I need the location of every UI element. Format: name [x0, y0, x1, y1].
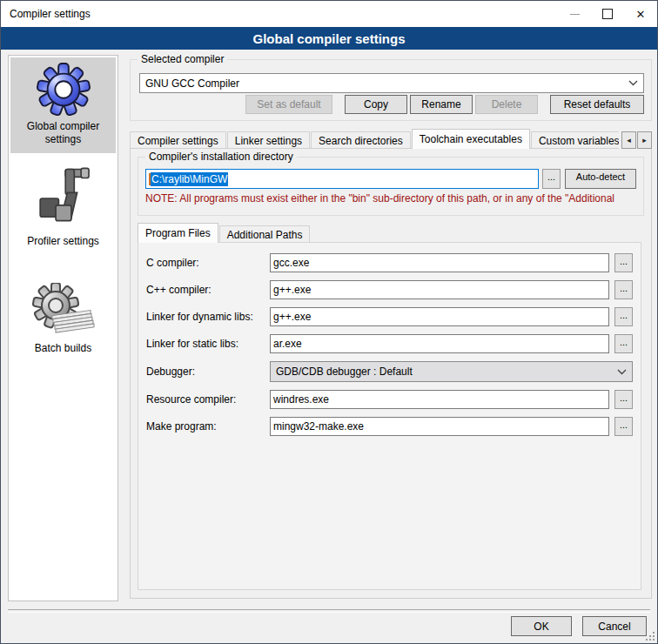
linker-static-browse-button[interactable]: ... [614, 334, 633, 353]
linker-static-label: Linker for static libs: [146, 338, 265, 350]
linker-static-value: ar.exe [273, 338, 302, 350]
maximize-icon [602, 9, 613, 19]
compiler-settings-dialog: Compiler settings ✕ Global compiler sett… [0, 0, 658, 644]
linker-dynamic-label: Linker for dynamic libs: [146, 311, 265, 323]
sidebar-item-label: Profiler settings [12, 235, 114, 248]
settings-category-sidebar: Global compiler settings Profiler settin… [8, 55, 118, 601]
auto-detect-button[interactable]: Auto-detect [565, 169, 636, 189]
maximize-button[interactable] [591, 1, 624, 27]
debugger-value: GDB/CDB debugger : Default [276, 366, 617, 378]
linker-static-input[interactable]: ar.exe [270, 334, 609, 353]
tab-search-directories[interactable]: Search directories [311, 131, 411, 149]
make-program-browse-button[interactable]: ... [614, 417, 633, 436]
set-as-default-button[interactable]: Set as default [245, 95, 332, 114]
scroll-left-icon: ◂ [627, 136, 631, 144]
blue-gear-icon [37, 63, 91, 117]
minimize-button[interactable] [558, 1, 591, 27]
cpp-compiler-browse-button[interactable]: ... [614, 280, 633, 299]
linker-dynamic-browse-button[interactable]: ... [614, 307, 633, 326]
tab-scroll-buttons: ◂ ▸ [619, 131, 652, 149]
tab-custom-variables[interactable]: Custom variables [531, 131, 628, 149]
cpp-compiler-input[interactable]: g++.exe [270, 280, 609, 299]
make-program-label: Make program: [146, 420, 265, 433]
c-compiler-input[interactable]: gcc.exe [270, 253, 609, 272]
compiler-actions: Set as default Copy Rename Delete Reset … [245, 95, 644, 114]
browse-directory-button[interactable]: ... [542, 169, 561, 189]
tab-linker-settings[interactable]: Linker settings [227, 131, 310, 149]
title-bar: Compiler settings ✕ [1, 1, 657, 27]
program-files-page: C compiler: gcc.exe ... C++ compiler: g+… [138, 242, 641, 590]
installation-directory-input[interactable]: C:\raylib\MinGW [145, 169, 539, 189]
sidebar-item-label: Batch builds [12, 342, 114, 355]
installation-directory-group-label: Compiler's installation directory [145, 151, 297, 163]
toolchain-fields: C compiler: gcc.exe ... C++ compiler: g+… [138, 243, 641, 446]
program-files-tabstrip: Program Files Additional Paths [138, 223, 311, 243]
linker-dynamic-input[interactable]: g++.exe [270, 307, 609, 326]
sidebar-item-label: Global compiler settings [12, 120, 114, 146]
gray-gear-stack-icon [31, 283, 96, 339]
ok-button[interactable]: OK [511, 616, 572, 636]
toolchain-executables-page: Compiler's installation directory C:\ray… [130, 148, 652, 599]
chevron-down-icon [617, 369, 627, 375]
c-compiler-label: C compiler: [146, 257, 265, 269]
cancel-button[interactable]: Cancel [582, 616, 647, 636]
tab-scroll-right-button[interactable]: ▸ [637, 131, 652, 149]
footer-separator [8, 609, 650, 613]
minimize-icon [570, 14, 580, 15]
footer-buttons: OK Cancel [511, 616, 647, 636]
chevron-down-icon [628, 80, 638, 86]
tab-toolchain-executables[interactable]: Toolchain executables [412, 129, 530, 149]
resource-compiler-value: windres.exe [273, 393, 329, 406]
sidebar-item-profiler-settings[interactable]: Profiler settings [10, 160, 116, 255]
cpp-compiler-label: C++ compiler: [146, 284, 265, 296]
installation-directory-row: C:\raylib\MinGW ... Auto-detect [145, 169, 636, 189]
rename-button[interactable]: Rename [410, 95, 473, 114]
sidebar-item-batch-builds[interactable]: Batch builds [10, 278, 116, 362]
close-button[interactable]: ✕ [624, 1, 657, 27]
make-program-value: mingw32-make.exe [273, 420, 364, 433]
tab-additional-paths[interactable]: Additional Paths [219, 225, 311, 243]
dialog-banner: Global compiler settings [1, 27, 657, 50]
close-icon: ✕ [636, 9, 646, 20]
c-compiler-browse-button[interactable]: ... [614, 253, 633, 272]
debugger-label: Debugger: [146, 366, 265, 378]
installation-directory-group: Compiler's installation directory C:\ray… [138, 157, 644, 216]
copy-button[interactable]: Copy [345, 95, 407, 114]
debugger-select[interactable]: GDB/CDB debugger : Default [270, 361, 633, 382]
tab-compiler-settings[interactable]: Compiler settings [130, 131, 226, 149]
tab-program-files[interactable]: Program Files [138, 223, 218, 243]
resource-compiler-label: Resource compiler: [146, 393, 265, 406]
compiler-select-value: GNU GCC Compiler [145, 77, 628, 90]
scroll-right-icon: ▸ [642, 136, 647, 144]
caption-buttons: ✕ [558, 1, 657, 27]
selected-compiler-group-label: Selected compiler [138, 53, 227, 65]
caliper-icon [32, 165, 95, 231]
settings-tabstrip: Compiler settings Linker settings Search… [130, 129, 652, 149]
installation-note: NOTE: All programs must exist either in … [145, 192, 641, 205]
sidebar-item-global-compiler-settings[interactable]: Global compiler settings [10, 57, 116, 153]
make-program-input[interactable]: mingw32-make.exe [270, 417, 609, 436]
reset-defaults-button[interactable]: Reset defaults [550, 95, 644, 114]
tab-scroll-left-button[interactable]: ◂ [621, 131, 636, 149]
c-compiler-value: gcc.exe [273, 257, 309, 269]
cpp-compiler-value: g++.exe [273, 284, 311, 296]
window-title: Compiler settings [1, 8, 91, 20]
selected-compiler-group: Selected compiler GNU GCC Compiler Set a… [130, 59, 652, 121]
delete-button[interactable]: Delete [475, 95, 538, 114]
resource-compiler-browse-button[interactable]: ... [614, 390, 633, 409]
resize-grip[interactable] [646, 632, 655, 641]
resource-compiler-input[interactable]: windres.exe [270, 390, 609, 409]
installation-directory-value: C:\raylib\MinGW [151, 172, 228, 186]
compiler-select[interactable]: GNU GCC Compiler [139, 73, 644, 93]
linker-dynamic-value: g++.exe [273, 311, 311, 323]
